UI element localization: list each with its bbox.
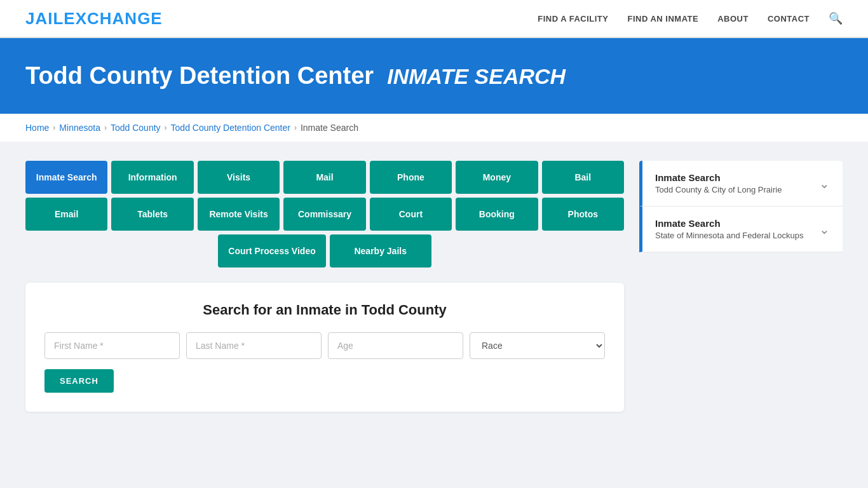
search-button[interactable]: SEARCH xyxy=(44,369,114,393)
age-input[interactable] xyxy=(328,332,463,359)
btn-inmate-search[interactable]: Inmate Search xyxy=(25,161,107,194)
sidebar-item-todd-sub: Todd County & City of Long Prairie xyxy=(655,185,813,194)
sidebar-item-todd-county[interactable]: Inmate Search Todd County & City of Long… xyxy=(639,161,843,207)
breadcrumb-sep-4: › xyxy=(294,123,297,132)
btn-tablets[interactable]: Tablets xyxy=(111,198,193,231)
nav-contact[interactable]: CONTACT xyxy=(768,14,810,24)
header: JAILEXCHANGE FIND A FACILITY FIND AN INM… xyxy=(0,0,868,38)
btn-bail[interactable]: Bail xyxy=(542,161,624,194)
hero-title: Todd County Detention Center INMATE SEAR… xyxy=(25,62,843,90)
hero-title-italic: INMATE SEARCH xyxy=(387,64,566,88)
nav-buttons-row2: Email Tablets Remote Visits Commissary C… xyxy=(25,198,624,231)
btn-mail[interactable]: Mail xyxy=(283,161,365,194)
sidebar-item-mn-title: Inmate Search xyxy=(655,218,813,229)
btn-photos[interactable]: Photos xyxy=(542,198,624,231)
breadcrumb-sep-3: › xyxy=(165,123,167,132)
btn-money[interactable]: Money xyxy=(456,161,538,194)
search-box: Search for an Inmate in Todd County Race… xyxy=(25,283,624,412)
race-select[interactable]: Race White Black Hispanic Asian Native A… xyxy=(470,332,605,359)
nav-find-facility[interactable]: FIND A FACILITY xyxy=(538,14,608,24)
btn-phone[interactable]: Phone xyxy=(370,161,452,194)
main-content: Inmate Search Information Visits Mail Ph… xyxy=(0,142,868,431)
chevron-down-icon-2: ⌄ xyxy=(819,222,830,237)
btn-email[interactable]: Email xyxy=(25,198,107,231)
btn-court-process-video[interactable]: Court Process Video xyxy=(218,234,325,268)
hero-title-main: Todd County Detention Center xyxy=(25,62,374,89)
btn-visits[interactable]: Visits xyxy=(198,161,280,194)
breadcrumb-home[interactable]: Home xyxy=(25,123,49,133)
btn-remote-visits[interactable]: Remote Visits xyxy=(198,198,280,231)
main-nav: FIND A FACILITY FIND AN INMATE ABOUT CON… xyxy=(538,11,843,25)
breadcrumb-detention-center[interactable]: Todd County Detention Center xyxy=(171,123,290,133)
logo-text-jail: JAIL xyxy=(25,9,64,28)
nav-buttons-row1: Inmate Search Information Visits Mail Ph… xyxy=(25,161,624,194)
search-fields: Race White Black Hispanic Asian Native A… xyxy=(44,332,605,359)
chevron-down-icon: ⌄ xyxy=(819,176,830,191)
nav-about[interactable]: ABOUT xyxy=(717,14,749,24)
btn-information[interactable]: Information xyxy=(111,161,193,194)
search-icon[interactable]: 🔍 xyxy=(829,11,843,25)
sidebar-item-mn-sub: State of Minnesota and Federal Lockups xyxy=(655,231,813,240)
logo[interactable]: JAILEXCHANGE xyxy=(25,9,163,29)
btn-nearby-jails[interactable]: Nearby Jails xyxy=(330,234,431,268)
btn-commissary[interactable]: Commissary xyxy=(283,198,365,231)
search-box-title: Search for an Inmate in Todd County xyxy=(44,302,605,318)
hero-banner: Todd County Detention Center INMATE SEAR… xyxy=(0,38,868,114)
nav-buttons-row3: Court Process Video Nearby Jails xyxy=(25,234,624,268)
right-sidebar: Inmate Search Todd County & City of Long… xyxy=(639,161,843,252)
nav-find-inmate[interactable]: FIND AN INMATE xyxy=(627,14,698,24)
left-column: Inmate Search Information Visits Mail Ph… xyxy=(25,161,624,412)
last-name-input[interactable] xyxy=(186,332,322,359)
breadcrumb-minnesota[interactable]: Minnesota xyxy=(59,123,100,133)
breadcrumb-todd-county[interactable]: Todd County xyxy=(111,123,161,133)
first-name-input[interactable] xyxy=(44,332,180,359)
breadcrumb: Home › Minnesota › Todd County › Todd Co… xyxy=(0,114,868,142)
breadcrumb-sep-2: › xyxy=(104,123,107,132)
logo-highlight: EXCHANGE xyxy=(64,9,162,28)
btn-court[interactable]: Court xyxy=(370,198,452,231)
sidebar-item-todd-title: Inmate Search xyxy=(655,172,813,183)
sidebar-item-todd-text: Inmate Search Todd County & City of Long… xyxy=(655,172,813,194)
sidebar-item-mn-text: Inmate Search State of Minnesota and Fed… xyxy=(655,218,813,240)
sidebar-item-minnesota[interactable]: Inmate Search State of Minnesota and Fed… xyxy=(639,207,843,252)
breadcrumb-inmate-search: Inmate Search xyxy=(301,123,358,133)
btn-booking[interactable]: Booking xyxy=(456,198,538,231)
breadcrumb-sep-1: › xyxy=(53,123,55,132)
